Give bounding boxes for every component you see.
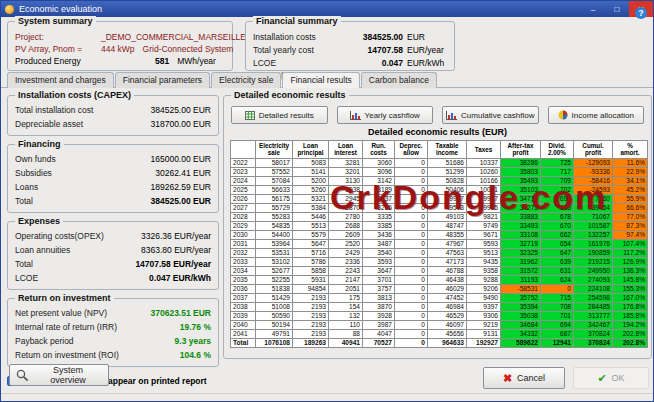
field-row-loan-annuities: Loan annuities8363.80 EUR/year xyxy=(15,245,211,255)
ok-check-icon: ✔ xyxy=(597,373,606,384)
maximize-button-icon[interactable]: □ xyxy=(605,1,629,17)
cell: 35394 xyxy=(501,302,541,311)
cell: 2026 xyxy=(231,194,256,203)
detailed-results-button[interactable]: Detailed results xyxy=(231,106,328,124)
cell: 52255 xyxy=(256,275,293,284)
table-header-row: ElectricitysaleLoanprincipalLoaninterest… xyxy=(231,141,648,159)
cell: 662 xyxy=(541,230,574,239)
tab-electricity-sale[interactable]: Electricity sale xyxy=(211,72,281,88)
cell: 35493 xyxy=(501,176,541,185)
cell: 55283 xyxy=(256,212,293,221)
cell: 9593 xyxy=(467,239,501,248)
cell: 3757 xyxy=(363,284,395,293)
cell: 55.9% xyxy=(613,194,648,203)
cell: 3701 xyxy=(363,275,395,284)
cell: 34275 xyxy=(501,203,541,212)
cell: 964633 xyxy=(428,338,467,347)
help-icon[interactable]: ? xyxy=(635,7,647,19)
minimize-button-icon[interactable]: – xyxy=(581,1,605,17)
cell: 2035 xyxy=(231,275,256,284)
cell: 685 xyxy=(541,203,574,212)
cell: 145.8% xyxy=(613,275,648,284)
cell: 3237 xyxy=(363,194,395,203)
cell: 0 xyxy=(395,266,428,275)
cell: 32719 xyxy=(501,239,541,248)
cell: 2945 xyxy=(329,194,363,203)
cell: 3647 xyxy=(363,266,395,275)
tab-carbon-balance[interactable]: Carbon balance xyxy=(361,72,437,88)
tab-financial-parameters[interactable]: Financial parameters xyxy=(115,72,210,88)
cell: 50828 xyxy=(428,176,467,185)
cell: 34713 xyxy=(501,194,541,203)
cell: 34684 xyxy=(501,320,541,329)
system-overview-label: System overview xyxy=(34,365,102,385)
column-header: Deprec.allow xyxy=(395,141,428,159)
project-value: _DEMO_COMMERCIAL_MARSEILLE xyxy=(101,32,246,42)
cell: 3487 xyxy=(363,239,395,248)
cell: 2193 xyxy=(293,329,329,338)
cell: 0 xyxy=(395,284,428,293)
system-overview-button[interactable]: System overview xyxy=(9,364,109,386)
cell: 202.8% xyxy=(613,329,648,338)
cell: 154 xyxy=(329,302,363,311)
field-row-lcoe: LCOE0.047 EUR/kWh xyxy=(15,273,211,283)
cancel-button[interactable]: ✖ Cancel xyxy=(483,367,565,389)
cell: 202.8% xyxy=(613,338,648,347)
cell: 3130 xyxy=(329,176,363,185)
produced-energy-value: 581 xyxy=(155,56,169,66)
cell: 38286 xyxy=(501,158,541,167)
cell: 0 xyxy=(395,329,428,338)
cell: 57552 xyxy=(256,167,293,176)
cell: 46984 xyxy=(428,302,467,311)
cell: 0 xyxy=(395,257,428,266)
cell: 51008 xyxy=(256,302,293,311)
cell: 342467 xyxy=(574,320,613,329)
cumulative-cashflow-button[interactable]: Cumulative cashflow xyxy=(442,106,539,124)
cell: 694 xyxy=(541,194,574,203)
cell: 46788 xyxy=(428,266,467,275)
cell: 708 xyxy=(541,302,574,311)
cell: 3813 xyxy=(363,293,395,302)
table-row: 2026561755321294532370499879997347136947… xyxy=(231,194,648,203)
tab-investment-and-charges[interactable]: Investment and charges xyxy=(7,72,114,88)
ok-button[interactable]: ✔ OK xyxy=(573,367,649,389)
cell: 2193 xyxy=(293,293,329,302)
table-row: 2027557295384287032860495739915342756853… xyxy=(231,203,648,212)
cell: 0 xyxy=(395,203,428,212)
cell: 0 xyxy=(395,158,428,167)
cell: 2193 xyxy=(293,311,329,320)
cell: 1076108 xyxy=(256,338,293,347)
cell: 9997 xyxy=(467,194,501,203)
income-allocation-button[interactable]: Income allocation xyxy=(548,106,645,124)
cell: 48355 xyxy=(428,230,467,239)
cell: 46529 xyxy=(428,311,467,320)
cell: 58017 xyxy=(256,158,293,167)
cell: 110 xyxy=(329,320,363,329)
cell: 2028 xyxy=(231,212,256,221)
cell: 631 xyxy=(541,266,574,275)
cell: 126.9% xyxy=(613,257,648,266)
cell: 101587 xyxy=(574,221,613,230)
column-header: Cumul.profit xyxy=(574,141,613,159)
cell: 2688 xyxy=(329,221,363,230)
financing-group: Financing Own funds165000.00 EURSubsidie… xyxy=(7,144,219,213)
yearly-cashflow-button[interactable]: Yearly cashflow xyxy=(337,106,434,124)
cell: 136.3% xyxy=(613,266,648,275)
cell: 9435 xyxy=(467,257,501,266)
table-row: 2038510082193154387004698493973539470828… xyxy=(231,302,648,311)
cell: 9131 xyxy=(467,329,501,338)
pv-array-value: 444 kWp xyxy=(101,44,135,54)
detailed-results-title: Detailed economic results xyxy=(231,90,349,100)
cell: 34.1% xyxy=(613,176,648,185)
cell: 2027 xyxy=(231,203,256,212)
table-row: 2023575525141320130960512991026035803717… xyxy=(231,167,648,176)
cell: 9749 xyxy=(467,221,501,230)
tab-bar: Investment and chargesFinancial paramete… xyxy=(7,72,438,88)
field-row-depreciable-asset: Depreciable asset318700.00 EUR xyxy=(15,119,211,129)
cell: 46438 xyxy=(428,275,467,284)
field-row-total-yearly-cost: Total yearly cost14707.58EUR/year xyxy=(253,45,447,55)
cell: 3096 xyxy=(363,167,395,176)
cumulative-cashflow-label: Cumulative cashflow xyxy=(461,111,534,120)
tab-financial-results[interactable]: Financial results xyxy=(282,72,359,88)
column-header: Run.costs xyxy=(363,141,395,159)
